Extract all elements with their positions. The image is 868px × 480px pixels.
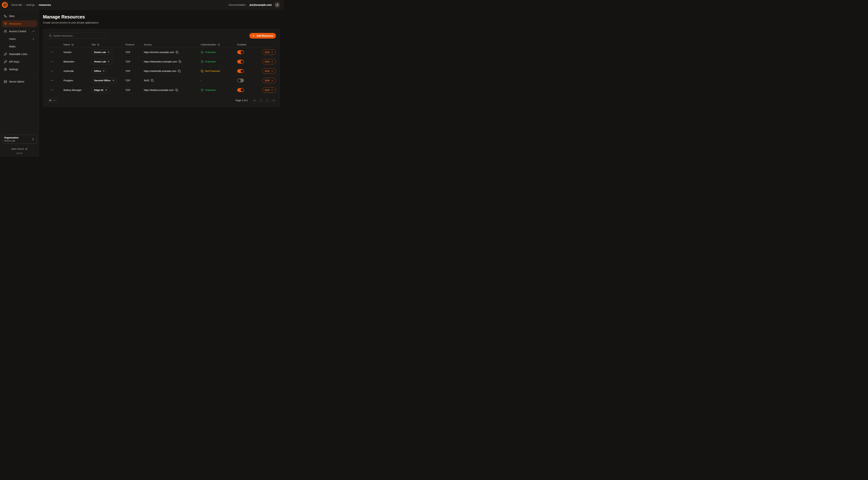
shield-check-icon [201, 89, 204, 91]
site-link-button[interactable]: Second Office [92, 78, 117, 83]
site-link-button[interactable]: Home Lab [92, 50, 112, 55]
previous-page-button[interactable] [258, 98, 263, 103]
resource-access-url: https://bitwarden.example.com [144, 60, 177, 63]
resource-name: Battery Manager [63, 89, 92, 91]
arrow-up-right-icon [102, 70, 105, 72]
edit-button[interactable]: Edit [262, 50, 276, 55]
copy-icon[interactable] [176, 51, 178, 54]
edit-button[interactable]: Edit [262, 59, 276, 64]
arrow-right-icon [271, 60, 273, 63]
column-header-name[interactable]: Name [63, 43, 92, 46]
chevrons-up-down-icon [32, 138, 35, 141]
resource-name: Immich [63, 51, 92, 54]
top-bar: home-lab › settings › resources Document… [0, 0, 284, 10]
row-menu-button[interactable] [50, 89, 53, 92]
copy-icon[interactable] [179, 60, 181, 63]
edit-button[interactable]: Edit [262, 78, 276, 83]
sidebar-item-label: Server Admin [9, 80, 24, 83]
edit-button[interactable]: Edit [262, 87, 276, 93]
row-menu-button[interactable] [50, 60, 53, 63]
copy-icon[interactable] [178, 70, 181, 72]
resources-icon [4, 22, 7, 25]
site-link-button[interactable]: Office [92, 68, 107, 74]
auth-status-label: - [201, 79, 202, 82]
auth-status: Protected [201, 89, 237, 91]
sidebar-item-server-admin[interactable]: Server Admin [2, 78, 37, 85]
search-icon [49, 34, 52, 37]
site-name: Office [94, 70, 101, 72]
shield-check-icon [201, 60, 204, 63]
user-email[interactable]: joe@example.com [250, 3, 272, 6]
copy-icon[interactable] [151, 79, 154, 82]
sidebar-item-resources[interactable]: Resources [2, 20, 37, 27]
edit-label: Edit [265, 79, 270, 82]
sidebar-divider [0, 75, 39, 76]
column-label: Authentication [201, 43, 216, 46]
site-link-button[interactable]: Edge 01 [92, 87, 110, 93]
enabled-toggle[interactable] [237, 50, 244, 54]
table-row: Immich Home Lab TCP https://immich.examp… [47, 48, 276, 57]
row-menu-button[interactable] [50, 69, 53, 72]
topbar-right: Documentation joe@example.com J [228, 2, 280, 8]
page-title: Manage Resources [43, 14, 280, 20]
enabled-toggle[interactable] [237, 69, 244, 73]
arrow-right-icon [271, 79, 273, 82]
breadcrumb: home-lab › settings › resources [11, 3, 51, 6]
last-page-button[interactable] [271, 98, 276, 103]
add-resource-button[interactable]: Add Resource [249, 33, 276, 38]
column-label: Site [92, 43, 96, 46]
enabled-toggle[interactable] [237, 79, 244, 82]
sidebar: Sites Resources Access Control Users [0, 10, 39, 157]
first-page-button[interactable] [252, 98, 257, 103]
sidebar-nav: Sites Resources Access Control Users [2, 13, 37, 85]
breadcrumb-separator: › [24, 3, 24, 6]
breadcrumb-org[interactable]: home-lab [11, 3, 22, 6]
resource-access-url: 5432 [144, 79, 149, 82]
search-input[interactable] [53, 34, 104, 37]
column-header-enabled: Enabled [237, 43, 262, 46]
open-source-link[interactable]: Open Source [2, 148, 37, 150]
sort-icon [217, 43, 220, 46]
page-size-select[interactable]: 20 [47, 98, 58, 103]
add-resource-label: Add Resource [256, 34, 273, 37]
auth-status-label: Not Protected [205, 70, 220, 72]
row-menu-button[interactable] [50, 51, 53, 54]
resource-access-url: https://immich.example.com [144, 51, 174, 54]
gear-icon [4, 68, 7, 71]
sidebar-item-label: Users [9, 37, 16, 40]
enabled-toggle[interactable] [237, 88, 244, 92]
column-header-site[interactable]: Site [92, 43, 125, 46]
auth-status-label: Protected [205, 51, 216, 54]
sidebar-item-api-keys[interactable]: API Keys [2, 58, 37, 65]
user-avatar[interactable]: J [274, 2, 280, 8]
resource-protocol: TCP [125, 51, 144, 54]
sidebar-item-roles[interactable]: Roles [2, 43, 37, 50]
sidebar-item-shareable-links[interactable]: Shareable Links [2, 51, 37, 57]
copy-icon[interactable] [175, 89, 178, 91]
documentation-link[interactable]: Documentation [228, 3, 246, 6]
arrow-up-right-icon [107, 51, 110, 53]
chevron-down-icon [32, 30, 35, 33]
resource-protocol: TCP [125, 60, 144, 63]
sidebar-item-access-control[interactable]: Access Control [2, 28, 37, 35]
external-link-icon [25, 148, 28, 150]
row-menu-button[interactable] [50, 79, 53, 82]
enabled-toggle[interactable] [237, 60, 244, 63]
column-header-protocol: Protocol [125, 43, 144, 46]
sidebar-item-users[interactable]: Users [2, 35, 37, 42]
column-label: Enabled [237, 43, 246, 46]
sidebar-item-sites[interactable]: Sites [2, 13, 37, 19]
organization-selector[interactable]: Organization Home Lab [2, 134, 37, 144]
resource-name: Bitwarden [63, 60, 92, 63]
arrow-up-right-icon [112, 79, 114, 82]
next-page-button[interactable] [265, 98, 270, 103]
column-header-authentication[interactable]: Authentication [201, 43, 237, 46]
sort-icon [71, 43, 74, 46]
chevron-right-icon [32, 37, 35, 40]
column-header-access: Access [144, 43, 201, 46]
edit-button[interactable]: Edit [262, 68, 276, 74]
breadcrumb-settings[interactable]: settings [26, 3, 35, 6]
resource-name: Postgres [63, 79, 92, 82]
sidebar-item-settings[interactable]: Settings [2, 66, 37, 72]
site-link-button[interactable]: Home Lab [92, 59, 112, 64]
